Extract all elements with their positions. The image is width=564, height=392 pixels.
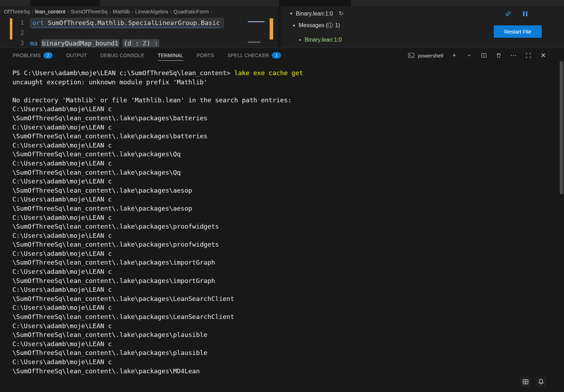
terminal-text-segment: C:\Users\adamb\moje\LEAN c bbox=[12, 340, 112, 348]
terminal-text-segment: \SumOfThreeSq\lean_content\.lake\package… bbox=[12, 349, 208, 356]
terminal-text-segment: \SumOfThreeSq\lean_content\.lake\package… bbox=[12, 223, 219, 230]
terminal-line: \SumOfThreeSq\lean_content\.lake\package… bbox=[12, 204, 556, 213]
infoview-file-label: Binary.lean:1:0 bbox=[296, 11, 333, 17]
maximize-panel-button[interactable] bbox=[524, 52, 532, 59]
terminal-text-segment: \SumOfThreeSq\lean_content\.lake\package… bbox=[12, 205, 192, 212]
refresh-icon[interactable]: ↻ bbox=[338, 10, 343, 17]
terminal-text-segment: \SumOfThreeSq\lean_content\.lake\package… bbox=[12, 259, 215, 266]
terminal-line: \SumOfThreeSq\lean_content\.lake\package… bbox=[12, 222, 556, 231]
breadcrumb-item[interactable]: QuadraticForm bbox=[172, 8, 210, 14]
minimap-line bbox=[248, 21, 265, 22]
terminal-dropdown-chevron-icon[interactable] bbox=[465, 52, 473, 59]
terminal-line: C:\Users\adamb\moje\LEAN c bbox=[12, 159, 556, 168]
split-terminal-button[interactable] bbox=[480, 52, 488, 59]
minimap-line bbox=[248, 42, 260, 43]
new-terminal-button[interactable]: + bbox=[450, 52, 458, 59]
grid-icon[interactable] bbox=[520, 376, 531, 387]
terminal-text-segment: PS C:\Users\adamb\moje\LEAN c;\SumOfThre… bbox=[12, 69, 234, 77]
code-line: 1 ort SumOfThreeSq.Mathlib.SpecialLinear… bbox=[0, 18, 278, 28]
titlebar-tab-region-left bbox=[30, 0, 100, 6]
close-panel-button[interactable]: ✕ bbox=[539, 52, 547, 59]
terminal-line: C:\Users\adamb\moje\LEAN c bbox=[12, 357, 556, 367]
minimap[interactable] bbox=[247, 17, 268, 47]
terminal-text-segment: C:\Users\adamb\moje\LEAN c bbox=[12, 123, 112, 131]
terminal-line: C:\Users\adamb\moje\LEAN c bbox=[12, 267, 556, 276]
breadcrumb-separator-icon: › bbox=[109, 8, 112, 14]
terminal-line: \SumOfThreeSq\lean_content\.lake\package… bbox=[12, 276, 556, 285]
terminal-line: C:\Users\adamb\moje\LEAN c bbox=[12, 141, 556, 150]
terminal-line: C:\Users\adamb\moje\LEAN c bbox=[12, 177, 556, 186]
overview-ruler-marker bbox=[270, 18, 273, 40]
terminal-line: \SumOfThreeSq\lean_content\.lake\package… bbox=[12, 132, 556, 141]
breadcrumb-separator-icon: › bbox=[210, 8, 213, 14]
tab-label: DEBUG CONSOLE bbox=[100, 53, 144, 58]
notifications-bell-icon[interactable] bbox=[536, 376, 546, 387]
code-token: SumOfThreeSq.Mathlib.SpecialLinearGroup.… bbox=[44, 19, 220, 26]
terminal-text-segment: C:\Users\adamb\moje\LEAN c bbox=[12, 268, 112, 275]
shell-label: powershell bbox=[418, 53, 443, 59]
breadcrumb: OfThreeSq › lean_content › SumOfThreeSq … bbox=[0, 6, 278, 16]
terminal-output[interactable]: PS C:\Users\adamb\moje\LEAN c;\SumOfThre… bbox=[12, 68, 556, 392]
restart-file-button[interactable]: Restart File bbox=[494, 25, 542, 38]
problems-count-badge: 2 bbox=[43, 52, 53, 59]
infoview-messages-header[interactable]: ▼ Messages (ⓘ 1) bbox=[292, 22, 340, 29]
tab-ports[interactable]: PORTS bbox=[197, 50, 214, 61]
line-number: 2 bbox=[13, 28, 24, 38]
tab-output[interactable]: OUTPUT bbox=[66, 50, 87, 61]
overview-ruler[interactable] bbox=[269, 16, 274, 48]
kill-terminal-trash-button[interactable] bbox=[495, 52, 503, 59]
terminal-text-segment: \SumOfThreeSq\lean_content\.lake\package… bbox=[12, 169, 181, 176]
breadcrumb-item[interactable]: Mathlib bbox=[112, 8, 131, 14]
code-line: 3 mabinaryQuadMap_bound1(d : ℤ) : bbox=[0, 38, 278, 48]
terminal-line: \SumOfThreeSq\lean_content\.lake\package… bbox=[12, 168, 556, 177]
terminal-line: \SumOfThreeSq\lean_content\.lake\package… bbox=[12, 312, 556, 321]
terminal-line: C:\Users\adamb\moje\LEAN c bbox=[12, 213, 556, 222]
terminal-line: \SumOfThreeSq\lean_content\.lake\package… bbox=[12, 186, 556, 195]
tab-label: PROBLEMS bbox=[13, 53, 41, 58]
tab-debug-console[interactable]: DEBUG CONSOLE bbox=[100, 50, 144, 61]
tab-spell-checker[interactable]: SPELL CHECKER 1 bbox=[227, 50, 281, 61]
terminal-line: C:\Users\adamb\moje\LEAN c bbox=[12, 339, 556, 349]
terminal-text-segment: No directory 'Mathlib' or file 'Mathlib.… bbox=[12, 96, 292, 104]
highlighted-identifier: binaryQuadMap_bound1 bbox=[41, 39, 120, 47]
pause-icon[interactable] bbox=[522, 11, 529, 17]
tab-terminal[interactable]: TERMINAL bbox=[158, 50, 183, 61]
breadcrumb-item[interactable]: lean_content bbox=[34, 8, 66, 14]
terminal-line: uncaught exception: unknown module prefi… bbox=[12, 78, 556, 87]
breadcrumb-item[interactable]: LinearAlgebra bbox=[134, 8, 169, 14]
line-number: 1 bbox=[13, 18, 24, 28]
tab-label: SPELL CHECKER bbox=[227, 53, 269, 58]
spell-checker-count-badge: 1 bbox=[272, 52, 281, 59]
keyword-token: ort bbox=[32, 19, 44, 26]
terminal-line: \SumOfThreeSq\lean_content\.lake\package… bbox=[12, 114, 556, 123]
collapse-arrow-icon: ▼ bbox=[289, 12, 293, 16]
terminal-text-segment: C:\Users\adamb\moje\LEAN c bbox=[12, 232, 112, 239]
breadcrumb-item[interactable]: OfThreeSq bbox=[3, 8, 31, 14]
terminal-line bbox=[12, 86, 556, 96]
terminal-line: C:\Users\adamb\moje\LEAN c bbox=[12, 195, 556, 204]
breadcrumb-item[interactable]: SumOfThreeSq bbox=[70, 8, 108, 14]
vscode-window: OfThreeSq › lean_content › SumOfThreeSq … bbox=[0, 0, 564, 392]
bottom-panel: PROBLEMS 2 OUTPUT DEBUG CONSOLE TERMINAL… bbox=[0, 48, 564, 392]
terminal-profile[interactable]: powershell bbox=[407, 52, 443, 59]
terminal-text-segment: C:\Users\adamb\moje\LEAN c bbox=[12, 177, 112, 185]
breadcrumb-separator-icon: › bbox=[66, 8, 70, 14]
infoview-file-header[interactable]: ▼ Binary.lean:1:0 ↻ bbox=[289, 10, 344, 17]
code-editor[interactable]: 1 ort SumOfThreeSq.Mathlib.SpecialLinear… bbox=[0, 16, 278, 48]
code-line: 2 bbox=[0, 28, 278, 38]
highlighted-params: (d : ℤ) : bbox=[122, 39, 159, 47]
terminal-text-segment: C:\Users\adamb\moje\LEAN c bbox=[12, 159, 112, 167]
terminal-line: C:\Users\adamb\moje\LEAN c bbox=[12, 249, 556, 258]
infoview-inner-file-header[interactable]: ▼ Binary.lean:1:0 bbox=[298, 37, 342, 43]
pin-icon[interactable] bbox=[505, 11, 512, 18]
terminal-line: \SumOfThreeSq\lean_content\.lake\package… bbox=[12, 294, 556, 303]
tab-problems[interactable]: PROBLEMS 2 bbox=[13, 50, 53, 61]
terminal-line: C:\Users\adamb\moje\LEAN c bbox=[12, 123, 556, 132]
code-text: mabinaryQuadMap_bound1(d : ℤ) : bbox=[30, 38, 159, 48]
panel-scrollbar[interactable] bbox=[560, 61, 563, 194]
titlebar bbox=[0, 0, 564, 6]
terminal-line: C:\Users\adamb\moje\LEAN c bbox=[12, 303, 556, 312]
terminal-line: \SumOfThreeSq\lean_content\.lake\package… bbox=[12, 150, 556, 159]
more-actions-button[interactable]: ⋯ bbox=[510, 52, 517, 59]
terminal-line: C:\Users\adamb\moje\LEAN c bbox=[12, 321, 556, 331]
